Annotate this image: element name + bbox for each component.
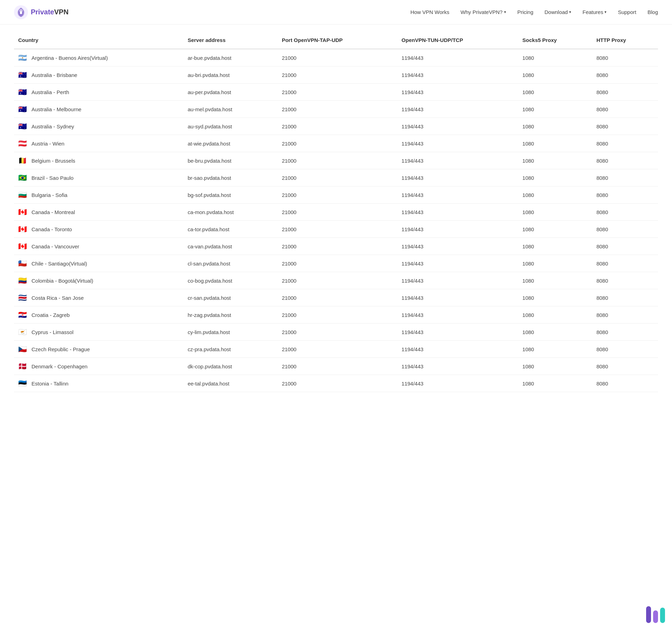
- cell-socks5-11: 1080: [518, 238, 592, 255]
- table-row: 🇨🇷 Costa Rica - San Jose cr-san.pvdata.h…: [14, 289, 658, 306]
- cell-country-15: 🇭🇷 Croatia - Zagreb: [14, 306, 183, 324]
- country-name: Cyprus - Limassol: [31, 329, 73, 335]
- country-name: Brazil - Sao Paulo: [31, 175, 73, 181]
- flag-icon: 🇨🇦: [18, 226, 28, 233]
- cell-port-7: 21000: [278, 169, 397, 186]
- cell-http-6: 8080: [592, 152, 658, 169]
- cell-openvpn-8: 1194/443: [397, 186, 518, 204]
- table-row: 🇧🇷 Brazil - Sao Paulo br-sao.pvdata.host…: [14, 169, 658, 186]
- country-name: Argentina - Buenos Aires(Virtual): [31, 55, 108, 61]
- cell-http-16: 8080: [592, 324, 658, 341]
- cell-server-12: cl-san.pvdata.host: [183, 255, 277, 272]
- cell-openvpn-9: 1194/443: [397, 204, 518, 221]
- cell-openvpn-13: 1194/443: [397, 272, 518, 289]
- col-openvpn-tun: OpenVPN-TUN-UDP/TCP: [397, 31, 518, 49]
- cell-socks5-6: 1080: [518, 152, 592, 169]
- cell-server-16: cy-lim.pvdata.host: [183, 324, 277, 341]
- cell-openvpn-6: 1194/443: [397, 152, 518, 169]
- table-row: 🇨🇴 Colombia - Bogotá(Virtual) co-bog.pvd…: [14, 272, 658, 289]
- flag-icon: 🇧🇷: [18, 174, 28, 181]
- cell-openvpn-19: 1194/443: [397, 375, 518, 392]
- flag-icon: 🇨🇱: [18, 260, 28, 267]
- cell-country-6: 🇧🇪 Belgium - Brussels: [14, 152, 183, 169]
- cell-country-4: 🇦🇺 Australia - Sydney: [14, 118, 183, 135]
- cell-openvpn-4: 1194/443: [397, 118, 518, 135]
- table-row: 🇨🇦 Canada - Toronto ca-tor.pvdata.host 2…: [14, 221, 658, 238]
- cell-server-5: at-wie.pvdata.host: [183, 135, 277, 152]
- cell-port-11: 21000: [278, 238, 397, 255]
- country-name: Canada - Montreal: [31, 209, 75, 215]
- cell-openvpn-14: 1194/443: [397, 289, 518, 306]
- cell-http-3: 8080: [592, 101, 658, 118]
- country-name: Colombia - Bogotá(Virtual): [31, 278, 93, 284]
- nav-blog[interactable]: Blog: [648, 9, 658, 15]
- cell-openvpn-7: 1194/443: [397, 169, 518, 186]
- cell-openvpn-2: 1194/443: [397, 84, 518, 101]
- nav-how-vpn-works[interactable]: How VPN Works: [410, 9, 449, 15]
- server-table: Country Server address Port OpenVPN-TAP-…: [14, 31, 658, 392]
- cell-port-5: 21000: [278, 135, 397, 152]
- cell-port-10: 21000: [278, 221, 397, 238]
- flag-icon: 🇧🇪: [18, 157, 28, 164]
- cell-server-11: ca-van.pvdata.host: [183, 238, 277, 255]
- table-row: 🇨🇱 Chile - Santiago(Virtual) cl-san.pvda…: [14, 255, 658, 272]
- cell-port-9: 21000: [278, 204, 397, 221]
- cell-country-13: 🇨🇴 Colombia - Bogotá(Virtual): [14, 272, 183, 289]
- chevron-down-icon: ▾: [569, 10, 571, 14]
- cell-server-3: au-mel.pvdata.host: [183, 101, 277, 118]
- flag-icon: 🇦🇺: [18, 89, 28, 95]
- flag-icon: 🇨🇴: [18, 277, 28, 284]
- flag-icon: 🇦🇺: [18, 106, 28, 113]
- cell-country-17: 🇨🇿 Czech Republic - Prague: [14, 341, 183, 358]
- nav-features[interactable]: Features ▾: [582, 9, 607, 15]
- country-name: Belgium - Brussels: [31, 158, 75, 164]
- cell-socks5-0: 1080: [518, 49, 592, 66]
- flag-icon: 🇪🇪: [18, 380, 28, 387]
- nav-pricing[interactable]: Pricing: [517, 9, 533, 15]
- country-name: Canada - Toronto: [31, 226, 72, 232]
- table-row: 🇦🇺 Australia - Brisbane au-bri.pvdata.ho…: [14, 66, 658, 84]
- cell-port-8: 21000: [278, 186, 397, 204]
- col-country: Country: [14, 31, 183, 49]
- nav-support[interactable]: Support: [618, 9, 636, 15]
- cell-socks5-9: 1080: [518, 204, 592, 221]
- cell-server-0: ar-bue.pvdata.host: [183, 49, 277, 66]
- cell-country-9: 🇨🇦 Canada - Montreal: [14, 204, 183, 221]
- cell-http-8: 8080: [592, 186, 658, 204]
- cell-server-17: cz-pra.pvdata.host: [183, 341, 277, 358]
- cell-socks5-14: 1080: [518, 289, 592, 306]
- logo[interactable]: PrivateVPN: [14, 5, 69, 19]
- flag-icon: 🇨🇦: [18, 208, 28, 215]
- cell-socks5-8: 1080: [518, 186, 592, 204]
- cell-port-15: 21000: [278, 306, 397, 324]
- cell-openvpn-12: 1194/443: [397, 255, 518, 272]
- flag-icon: 🇦🇺: [18, 71, 28, 78]
- cell-openvpn-17: 1194/443: [397, 341, 518, 358]
- cell-http-5: 8080: [592, 135, 658, 152]
- cell-port-16: 21000: [278, 324, 397, 341]
- cell-socks5-4: 1080: [518, 118, 592, 135]
- cell-openvpn-1: 1194/443: [397, 66, 518, 84]
- cell-http-19: 8080: [592, 375, 658, 392]
- country-name: Chile - Santiago(Virtual): [31, 261, 87, 267]
- cell-country-10: 🇨🇦 Canada - Toronto: [14, 221, 183, 238]
- table-row: 🇭🇷 Croatia - Zagreb hr-zag.pvdata.host 2…: [14, 306, 658, 324]
- cell-server-1: au-bri.pvdata.host: [183, 66, 277, 84]
- table-row: 🇨🇿 Czech Republic - Prague cz-pra.pvdata…: [14, 341, 658, 358]
- country-name: Canada - Vancouver: [31, 243, 79, 249]
- table-row: 🇧🇬 Bulgaria - Sofia bg-sof.pvdata.host 2…: [14, 186, 658, 204]
- cell-server-14: cr-san.pvdata.host: [183, 289, 277, 306]
- country-name: Australia - Sydney: [31, 123, 74, 129]
- flag-icon: 🇧🇬: [18, 191, 28, 198]
- table-row: 🇨🇾 Cyprus - Limassol cy-lim.pvdata.host …: [14, 324, 658, 341]
- country-name: Bulgaria - Sofia: [31, 192, 68, 198]
- nav-download[interactable]: Download ▾: [545, 9, 572, 15]
- chevron-down-icon: ▾: [604, 10, 607, 14]
- cell-socks5-10: 1080: [518, 221, 592, 238]
- cell-socks5-1: 1080: [518, 66, 592, 84]
- cell-port-4: 21000: [278, 118, 397, 135]
- cell-socks5-17: 1080: [518, 341, 592, 358]
- cell-openvpn-15: 1194/443: [397, 306, 518, 324]
- cell-openvpn-0: 1194/443: [397, 49, 518, 66]
- nav-why-privatevpn[interactable]: Why PrivateVPN? ▾: [461, 9, 506, 15]
